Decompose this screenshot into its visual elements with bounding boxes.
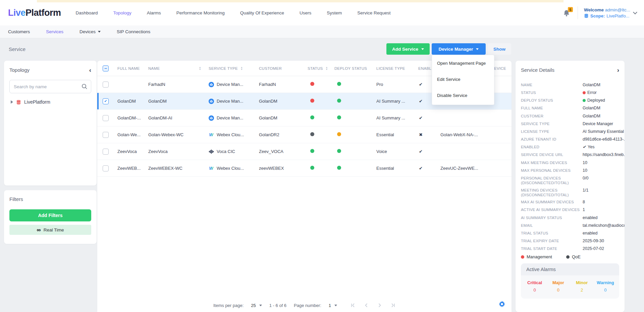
page-title: Service <box>9 46 25 52</box>
row-checkbox[interactable] <box>103 149 109 155</box>
device-manager-button[interactable]: Device Manager <box>432 43 486 55</box>
next-page-icon[interactable] <box>377 303 382 308</box>
field-label: EMAIL <box>521 222 583 228</box>
subnav-item[interactable]: Services <box>46 29 63 34</box>
details-field-row: MAX MEETING DEVICES 10 <box>521 160 619 166</box>
status-dot <box>310 99 314 103</box>
app-logo[interactable]: LivePlatform <box>8 8 61 18</box>
cell-service-device: ZeevUC-ZeevWE... <box>440 166 506 171</box>
cell-license-type: Voice <box>376 149 418 154</box>
sort-arrows-icon[interactable]: ▲▼ <box>240 66 243 70</box>
sort-arrows-icon[interactable]: ▲▼ <box>199 66 201 70</box>
real-time-button[interactable]: ∞ Real Time <box>9 225 91 235</box>
nav-item[interactable]: Quality Of Experience <box>240 10 284 15</box>
user-menu[interactable]: Welcome admin@ltc... Scope: LivePlatfo..… <box>584 7 637 18</box>
service-type-icon <box>209 99 214 104</box>
field-label: MAX AI SUMMARY DEVICES <box>521 199 583 205</box>
main-nav: Dashboard Topology Alarms Performance Mo… <box>76 10 391 15</box>
collapse-left-icon[interactable]: ‹ <box>89 67 91 73</box>
details-field-row: TRIAL STATUS enabled <box>521 230 619 236</box>
field-value: GolanDM <box>583 113 600 119</box>
deploy-status-dot <box>337 82 341 86</box>
field-label: CUSTOMER <box>521 113 583 119</box>
alarm-severity-label: Critical <box>523 280 546 285</box>
nav-item[interactable]: Users <box>300 10 311 15</box>
column-full-name: FULL NAME <box>117 66 148 70</box>
details-field-row: LICENSE TYPE AI Summary Essential <box>521 128 619 135</box>
nav-item[interactable]: System <box>327 10 342 15</box>
row-checkbox[interactable] <box>103 132 109 138</box>
nav-item[interactable]: Dashboard <box>76 10 98 15</box>
scope-label: Scope: <box>590 13 605 18</box>
tenant-database-icon <box>16 100 21 105</box>
tree-node-label: LivePlatform <box>24 99 50 105</box>
alarm-counter[interactable]: Warning 0 <box>594 280 617 293</box>
legend-item[interactable]: Management <box>521 254 552 259</box>
table-row[interactable]: Golan-We... Golan-Webex-WC Webex Clou...… <box>97 126 512 143</box>
enabled-icon <box>418 99 423 104</box>
column-service-type[interactable]: SERVICE TYPE▲▼ <box>209 66 259 70</box>
details-field-row: PERSONAL DEVICES (DISCONNECTED/TOTAL) 0/… <box>521 175 619 186</box>
field-value: enabled <box>583 215 598 221</box>
add-service-button[interactable]: Add Service <box>386 43 430 55</box>
field-label: ENABLED <box>521 144 583 150</box>
welcome-label: Welcome <box>584 7 604 12</box>
items-per-page-select[interactable]: 25 <box>251 303 262 308</box>
table-row[interactable]: ZeevWEB... ZeevWEBEX-WC Webex Clou... ze… <box>97 160 512 177</box>
notifications-bell[interactable]: 5 <box>563 8 572 18</box>
alarm-counter[interactable]: Critical 0 <box>523 280 546 293</box>
filters-panel: Filters Add Filters ∞ Real Time <box>4 190 97 244</box>
pagination-range: 1 - 6 of 6 <box>269 303 286 308</box>
sort-arrows-icon[interactable]: ▲▼ <box>325 66 328 70</box>
nav-item[interactable]: Topology <box>113 10 131 15</box>
dropdown-menu-item[interactable]: Open Management Page <box>432 55 494 71</box>
field-value: 10 <box>583 160 587 166</box>
show-button[interactable]: Show <box>488 43 511 55</box>
field-value: Yes <box>588 144 594 150</box>
table-row[interactable]: GolanDM-... GolanDM-AI Device Man... Gol… <box>97 110 512 126</box>
field-label: AI SUMMARY STATUS <box>521 215 583 221</box>
column-name[interactable]: NAME▲▼ <box>148 66 209 70</box>
row-checkbox[interactable] <box>103 115 109 121</box>
previous-page-icon[interactable] <box>364 303 369 308</box>
alarm-counter[interactable]: Minor 2 <box>570 280 594 293</box>
collapse-right-icon[interactable]: › <box>617 67 619 73</box>
settings-gear-icon[interactable] <box>498 301 505 309</box>
legend-item[interactable]: QoE <box>566 254 581 259</box>
cell-full-name: Golan-We... <box>117 132 148 137</box>
field-value: Deployed <box>587 97 605 103</box>
details-fields: NAME GolanDM STATUS Error DEPLOY STATUS … <box>521 82 619 252</box>
nav-item[interactable]: Alarms <box>147 10 161 15</box>
cell-name: FarhadN <box>148 82 209 87</box>
cell-service-type: Webex Clou... <box>217 132 244 137</box>
dropdown-menu-item[interactable]: Edit Service <box>432 71 494 87</box>
infinity-icon: ∞ <box>37 227 41 233</box>
last-page-icon[interactable] <box>391 303 395 308</box>
tree-expand-icon[interactable] <box>11 100 13 104</box>
select-all-checkbox[interactable] <box>103 65 109 71</box>
field-value: 1 <box>583 207 585 213</box>
dropdown-menu-item[interactable]: Disable Service <box>432 87 494 103</box>
first-page-icon[interactable] <box>351 303 355 308</box>
subnav-item[interactable]: SIP Connections <box>117 29 150 34</box>
page-number-select[interactable]: 1 <box>329 303 337 308</box>
tree-node-liveplatform[interactable]: LivePlatform <box>9 99 91 105</box>
field-value: enabled <box>583 230 598 236</box>
chevron-down-icon[interactable] <box>633 10 637 14</box>
cell-license-type: Pro <box>376 82 418 87</box>
row-checkbox[interactable] <box>103 165 109 171</box>
subnav-item[interactable]: Customers <box>8 29 30 34</box>
add-filters-button[interactable]: Add Filters <box>9 209 91 221</box>
status-dot <box>310 115 314 119</box>
table-row[interactable]: ZeevVoca ZeevVoca Voca CIC Zeev_VOCA Voi… <box>97 143 512 160</box>
row-checkbox[interactable] <box>103 82 109 88</box>
column-status[interactable]: STATUS▲▼ <box>308 66 334 70</box>
subnav-item[interactable]: Devices <box>79 29 101 34</box>
nav-item[interactable]: Performance Monitoring <box>176 10 225 15</box>
search-input[interactable] <box>9 80 91 93</box>
active-alarms-title: Active Alarms <box>521 263 619 275</box>
cell-customer: zeevWEBEX <box>259 166 308 171</box>
alarm-counter[interactable]: Major 0 <box>546 280 570 293</box>
nav-item[interactable]: Service Request <box>357 10 390 15</box>
row-checkbox[interactable] <box>103 98 109 104</box>
